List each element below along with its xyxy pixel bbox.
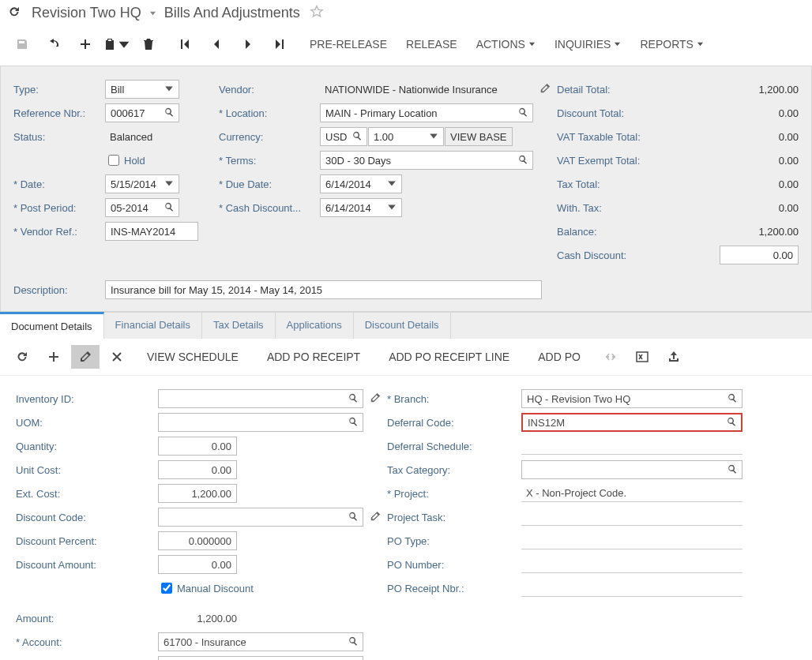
quantity-input[interactable]: 0.00 xyxy=(158,437,237,456)
grid-add-button[interactable] xyxy=(39,345,68,369)
tab-financial-details[interactable]: Financial Details xyxy=(104,313,202,339)
grid-upload-button[interactable] xyxy=(660,345,688,369)
branch-input[interactable]: HQ - Revision Two HQ xyxy=(521,389,742,408)
pencil-icon[interactable] xyxy=(363,392,381,406)
due-input[interactable]: 6/14/2014 xyxy=(320,174,402,193)
first-button[interactable] xyxy=(169,32,201,56)
release-button[interactable]: RELEASE xyxy=(397,33,467,55)
view-schedule-button[interactable]: VIEW SCHEDULE xyxy=(134,346,251,368)
type-select[interactable]: Bill xyxy=(105,80,179,99)
prev-button[interactable] xyxy=(201,32,232,56)
clipboard-button[interactable] xyxy=(101,32,133,56)
detailtotal-value: 1,200.00 xyxy=(727,84,799,96)
grid-export-button[interactable] xyxy=(628,345,656,369)
tab-tax-details[interactable]: Tax Details xyxy=(202,313,276,339)
grid-edit-button[interactable] xyxy=(71,345,100,369)
account-label: Account: xyxy=(16,636,158,648)
potype-label: PO Type: xyxy=(387,535,521,547)
save-button[interactable] xyxy=(6,32,38,56)
taxtotal-value: 0.00 xyxy=(727,178,799,190)
poreceipt-value xyxy=(521,579,742,597)
undo-button[interactable] xyxy=(38,32,70,56)
delete-button[interactable] xyxy=(133,32,164,56)
projecttask-value xyxy=(521,508,742,526)
grid-fit-button[interactable] xyxy=(596,345,625,369)
uom-label: UOM: xyxy=(16,417,158,429)
discountamt-input[interactable]: 0.00 xyxy=(158,555,237,574)
manualdiscount-checkbox[interactable]: Manual Discount xyxy=(158,580,254,596)
date-input[interactable]: 5/15/2014 xyxy=(105,174,179,193)
ponumber-label: PO Number: xyxy=(387,559,521,571)
tab-discount-details[interactable]: Discount Details xyxy=(354,313,451,339)
breadcrumb-company[interactable]: Revision Two HQ xyxy=(32,5,141,21)
terms-label: Terms: xyxy=(219,155,320,167)
discounttotal-value: 0.00 xyxy=(727,107,799,119)
add-po-button[interactable]: ADD PO xyxy=(525,346,593,368)
cashdisc-date-label: Cash Discount... xyxy=(219,202,320,214)
subaccount-input[interactable]: 000-000 - Default xyxy=(158,656,363,660)
pencil-icon[interactable] xyxy=(533,83,557,96)
terms-input[interactable]: 30D - 30 Days xyxy=(320,151,533,170)
pencil-icon[interactable] xyxy=(363,511,381,524)
star-icon[interactable] xyxy=(305,5,324,21)
uom-input[interactable] xyxy=(158,413,363,432)
ponumber-value xyxy=(521,556,742,573)
rate-input[interactable]: 1.00 xyxy=(368,127,444,146)
deferralsched-label: Deferral Schedule: xyxy=(387,441,521,452)
tab-document-details[interactable]: Document Details xyxy=(0,312,104,339)
extcost-input[interactable]: 1,200.00 xyxy=(158,484,237,503)
hold-checkbox[interactable]: Hold xyxy=(105,152,145,168)
add-button[interactable] xyxy=(70,32,101,56)
next-button[interactable] xyxy=(232,32,264,56)
cashdiscount-label: Cash Discount: xyxy=(557,249,626,261)
reports-menu[interactable]: REPORTS xyxy=(630,33,712,55)
actions-menu[interactable]: ACTIONS xyxy=(467,33,545,55)
post-input[interactable]: 05-2014 xyxy=(105,198,179,217)
taxcategory-label: Tax Category: xyxy=(387,464,521,476)
detailtotal-label: Detail Total: xyxy=(557,84,611,96)
extcost-label: Ext. Cost: xyxy=(16,488,158,500)
vendor-value: NATIONWIDE - Nationwide Insurance xyxy=(320,84,533,96)
quantity-label: Quantity: xyxy=(16,441,158,452)
vref-input[interactable]: INS-MAY2014 xyxy=(105,222,198,241)
amount-label: Amount: xyxy=(16,613,158,624)
description-label: Description: xyxy=(13,284,105,296)
last-button[interactable] xyxy=(264,32,295,56)
currency-input[interactable]: USD xyxy=(320,127,367,146)
location-input[interactable]: MAIN - Primary Location xyxy=(320,103,533,122)
discountpct-input[interactable]: 0.000000 xyxy=(158,531,237,550)
refresh-icon[interactable] xyxy=(8,6,27,21)
cashdisc-date-input[interactable]: 6/14/2014 xyxy=(320,198,402,217)
discountcode-input[interactable] xyxy=(158,508,363,527)
status-label: Status: xyxy=(13,131,105,143)
type-label: Type: xyxy=(13,84,105,96)
tab-applications[interactable]: Applications xyxy=(276,313,354,339)
grid-refresh-button[interactable] xyxy=(8,345,36,369)
chevron-down-icon[interactable] xyxy=(146,9,160,18)
account-input[interactable]: 61700 - Insurance xyxy=(158,632,363,651)
status-value: Balanced xyxy=(105,131,152,143)
vendor-label: Vendor: xyxy=(219,84,320,96)
viewbase-button[interactable]: VIEW BASE xyxy=(445,127,513,146)
balance-value: 1,200.00 xyxy=(727,226,799,238)
add-po-receipt-button[interactable]: ADD PO RECEIPT xyxy=(254,346,373,368)
location-label: Location: xyxy=(219,107,320,119)
deferralcode-input[interactable]: INS12M xyxy=(521,413,742,432)
withtax-value: 0.00 xyxy=(727,202,799,214)
breadcrumb-page: Bills And Adjustments xyxy=(164,5,300,21)
discountpct-label: Discount Percent: xyxy=(16,535,158,547)
ref-input[interactable]: 000617 xyxy=(105,103,179,122)
prerelease-button[interactable]: PRE-RELEASE xyxy=(300,33,397,55)
taxcategory-input[interactable] xyxy=(521,460,742,479)
inventory-input[interactable] xyxy=(158,389,363,408)
vatex-label: VAT Exempt Total: xyxy=(557,155,640,167)
discountamt-label: Discount Amount: xyxy=(16,559,158,571)
inquiries-menu[interactable]: INQUIRIES xyxy=(545,33,631,55)
description-input[interactable]: Insurance bill for May 15, 2014 - May 14… xyxy=(105,280,542,299)
unitcost-input[interactable]: 0.00 xyxy=(158,460,237,479)
cashdiscount-input[interactable]: 0.00 xyxy=(720,246,799,264)
add-po-receipt-line-button[interactable]: ADD PO RECEIPT LINE xyxy=(376,346,522,368)
poreceipt-label: PO Receipt Nbr.: xyxy=(387,583,521,594)
grid-delete-button[interactable] xyxy=(103,345,131,369)
potype-value xyxy=(521,532,742,549)
